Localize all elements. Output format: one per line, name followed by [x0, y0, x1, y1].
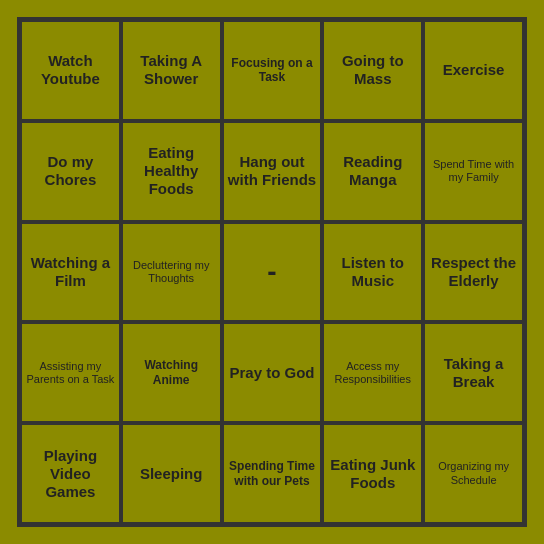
cell-r2c1: Decluttering my Thoughts	[121, 222, 222, 323]
cell-r1c4: Spend Time with my Family	[423, 121, 524, 222]
cell-r1c1: Eating Healthy Foods	[121, 121, 222, 222]
cell-r3c2: Pray to God	[222, 322, 323, 423]
cell-r0c1: Taking A Shower	[121, 20, 222, 121]
cell-r1c3: Reading Manga	[322, 121, 423, 222]
cell-r4c3: Eating Junk Foods	[322, 423, 423, 524]
cell-r2c4: Respect the Elderly	[423, 222, 524, 323]
bingo-board: Watch YoutubeTaking A ShowerFocusing on …	[17, 17, 527, 527]
cell-r0c2: Focusing on a Task	[222, 20, 323, 121]
cell-r0c3: Going to Mass	[322, 20, 423, 121]
cell-r4c2: Spending Time with our Pets	[222, 423, 323, 524]
cell-r1c2: Hang out with Friends	[222, 121, 323, 222]
cell-r2c2: -	[222, 222, 323, 323]
cell-r2c0: Watching a Film	[20, 222, 121, 323]
cell-r3c0: Assisting my Parents on a Task	[20, 322, 121, 423]
cell-r1c0: Do my Chores	[20, 121, 121, 222]
cell-r4c4: Organizing my Schedule	[423, 423, 524, 524]
cell-r2c3: Listen to Music	[322, 222, 423, 323]
cell-r3c4: Taking a Break	[423, 322, 524, 423]
cell-r4c1: Sleeping	[121, 423, 222, 524]
cell-r0c4: Exercise	[423, 20, 524, 121]
cell-r0c0: Watch Youtube	[20, 20, 121, 121]
cell-r4c0: Playing Video Games	[20, 423, 121, 524]
cell-r3c3: Access my Responsibilities	[322, 322, 423, 423]
cell-r3c1: Watching Anime	[121, 322, 222, 423]
